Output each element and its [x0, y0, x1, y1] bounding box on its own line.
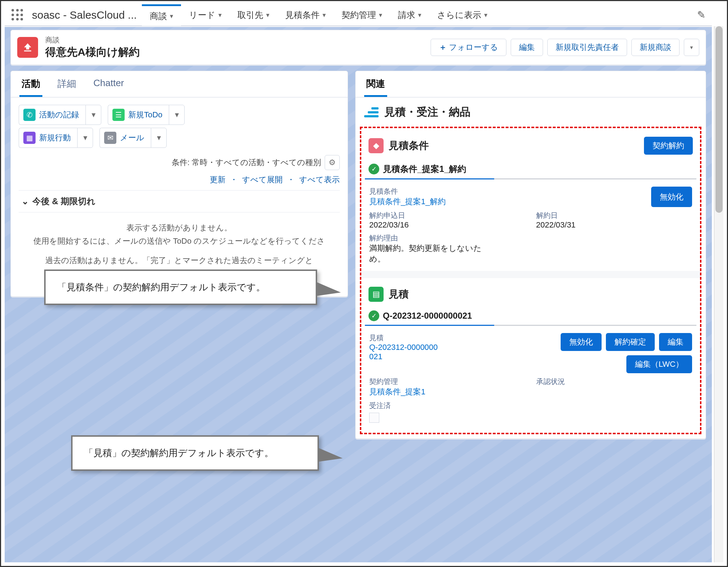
expand-all-link[interactable]: すべて展開: [242, 175, 283, 184]
annotation-callout-2: 「見積」の契約解約用デフォルト表示です。: [71, 435, 319, 471]
qc-link[interactable]: 見積条件_提案1_解約: [369, 196, 525, 207]
chevron-down-icon[interactable]: ▾: [218, 11, 222, 19]
qc-item-title: 見積条件_提案1_解約: [383, 163, 466, 175]
edit-lwc-button[interactable]: 編集（LWC）: [626, 355, 692, 373]
ordered-label: 受注済: [369, 401, 525, 411]
record-object-label: 商談: [45, 35, 140, 45]
todo-label: 新規ToDo: [128, 109, 162, 120]
confirm-cancel-button[interactable]: 解約確定: [606, 333, 655, 351]
edit-nav-icon[interactable]: ✎: [697, 9, 705, 21]
nav-tab-more[interactable]: さらに表示 ▾: [429, 4, 495, 26]
nav-tab-label: 取引先: [237, 9, 263, 21]
nav-tab-label: さらに表示: [437, 9, 481, 21]
global-nav: soasc - SalesCloud ... 商談 ▾ リード ▾ 取引先 ▾ …: [5, 5, 712, 26]
chevron-down-icon[interactable]: ▾: [266, 11, 269, 19]
related-card: 関連 見積・受注・納品 ◆ 見積条件 契約解約: [355, 71, 706, 439]
qc-item-header[interactable]: ✓ 見積条件_提案1_解約: [365, 160, 696, 179]
scrollbar-thumb[interactable]: [715, 26, 723, 213]
quote-icon: ▤: [368, 287, 384, 302]
nav-tab-label: 契約管理: [342, 9, 376, 21]
new-event-button[interactable]: ▦新規行動 ▾: [19, 128, 93, 148]
dropdown-toggle[interactable]: ▾: [85, 105, 101, 125]
quote-condition-header: ◆ 見積条件 契約解約: [365, 132, 696, 160]
chevron-down-icon[interactable]: ▾: [379, 11, 382, 19]
record-title: 得意先A様向け解約: [45, 45, 140, 60]
record-header: 商談 得意先A様向け解約 ＋フォローする 編集 新規取引先責任者 新規商談 ▼: [10, 30, 706, 65]
ordered-checkbox[interactable]: [369, 413, 379, 423]
section-header: 見積・受注・納品: [356, 98, 706, 127]
tab-activity[interactable]: 活動: [19, 78, 42, 97]
mail-icon: ✉: [104, 132, 116, 144]
new-opportunity-button[interactable]: 新規商談: [631, 39, 680, 56]
annotation-text: 「見積」の契約解約用デフォルト表示です。: [84, 447, 274, 458]
event-label: 新規行動: [39, 132, 71, 143]
annotation-text: 「見積条件」の契約解約用デフォルト表示です。: [57, 282, 265, 292]
cancel-date-label: 解約日: [536, 211, 692, 220]
app-launcher[interactable]: [9, 6, 26, 24]
q-link[interactable]: Q-202312-0000000021: [369, 343, 441, 361]
follow-label: フォローする: [449, 43, 498, 52]
filter-label: 条件: 常時・すべての活動・すべての種別: [172, 157, 321, 168]
section-icon: [364, 107, 379, 117]
more-actions-button[interactable]: ▼: [684, 39, 699, 56]
left-tabs: 活動 詳細 Chatter: [11, 71, 348, 98]
calendar-icon: ▦: [23, 132, 36, 144]
annotation-callout-1: 「見積条件」の契約解約用デフォルト表示です。: [44, 270, 317, 305]
contract-link[interactable]: 見積条件_提案1: [369, 386, 525, 397]
nav-tab-quote-condition[interactable]: 見積条件 ▾: [277, 4, 334, 26]
refresh-link[interactable]: 更新: [210, 175, 226, 184]
quote-item-header[interactable]: ✓ Q-202312-0000000021: [365, 307, 696, 326]
tab-related[interactable]: 関連: [364, 78, 387, 97]
cancel-apply-val: 2022/03/16: [369, 220, 525, 230]
upcoming-title: 今後 & 期限切れ: [32, 196, 96, 207]
check-icon: ✓: [368, 310, 379, 321]
upcoming-section-header[interactable]: ⌄ 今後 & 期限切れ: [19, 190, 340, 212]
past-empty-line1: 過去の活動はありません。「完了」とマークされた過去のミーティングと: [24, 254, 334, 267]
approval-label: 承認状況: [536, 377, 692, 386]
cancel-apply-label: 解約申込日: [369, 211, 525, 220]
empty-line1: 表示する活動がありません。: [24, 221, 334, 234]
scrollbar[interactable]: [714, 26, 723, 562]
tab-details[interactable]: 詳細: [55, 78, 78, 97]
new-contact-button[interactable]: 新規取引先責任者: [547, 39, 627, 56]
invalidate-button[interactable]: 無効化: [561, 333, 602, 351]
chevron-down-icon[interactable]: ▾: [170, 12, 173, 20]
nav-tab-billing[interactable]: 請求 ▾: [390, 4, 429, 26]
quote-item-title: Q-202312-0000000021: [383, 311, 472, 321]
check-icon: ✓: [368, 164, 379, 174]
dropdown-toggle[interactable]: ▾: [77, 128, 93, 148]
activity-card: 活動 詳細 Chatter ✆活動の記録 ▾ ☰新規: [10, 71, 348, 297]
new-todo-button[interactable]: ☰新規ToDo ▾: [108, 105, 185, 125]
tab-chatter[interactable]: Chatter: [91, 78, 126, 97]
checklist-icon: ☰: [112, 109, 125, 121]
nav-tab-opportunity[interactable]: 商談 ▾: [142, 4, 181, 26]
edit-button[interactable]: 編集: [511, 39, 543, 56]
mail-button[interactable]: ✉メール ▾: [99, 128, 167, 148]
waffle-icon: [11, 9, 24, 21]
phone-icon: ✆: [23, 109, 36, 121]
edit-button[interactable]: 編集: [659, 333, 692, 351]
dropdown-toggle[interactable]: ▾: [151, 128, 167, 148]
nav-tab-contract[interactable]: 契約管理 ▾: [334, 4, 390, 26]
invalidate-button[interactable]: 無効化: [651, 187, 692, 207]
log-activity-button[interactable]: ✆活動の記録 ▾: [19, 105, 101, 125]
app-name: soasc - SalesCloud ...: [31, 9, 142, 21]
chevron-down-icon[interactable]: ▾: [323, 11, 326, 19]
quote-header: ▤ 見積: [365, 282, 696, 307]
nav-tab-label: 商談: [150, 10, 167, 22]
chevron-down-icon: ⌄: [22, 196, 29, 206]
quote-condition-title: 見積条件: [389, 139, 429, 153]
nav-tab-lead[interactable]: リード ▾: [181, 4, 229, 26]
show-all-link[interactable]: すべて表示: [299, 175, 340, 184]
nav-tab-account[interactable]: 取引先 ▾: [229, 4, 277, 26]
filter-settings-button[interactable]: ⚙: [325, 155, 340, 170]
chevron-down-icon[interactable]: ▾: [418, 11, 421, 19]
log-label: 活動の記録: [39, 109, 79, 120]
chevron-down-icon[interactable]: ▾: [484, 11, 487, 19]
nav-tab-label: 見積条件: [285, 9, 320, 21]
dropdown-toggle[interactable]: ▾: [169, 105, 185, 125]
follow-button[interactable]: ＋フォローする: [431, 39, 506, 56]
cancel-reason-val: 満期解約。契約更新をしないため。: [369, 243, 484, 264]
contract-cancel-button[interactable]: 契約解約: [644, 137, 693, 155]
cancel-date-val: 2022/03/31: [536, 220, 692, 230]
